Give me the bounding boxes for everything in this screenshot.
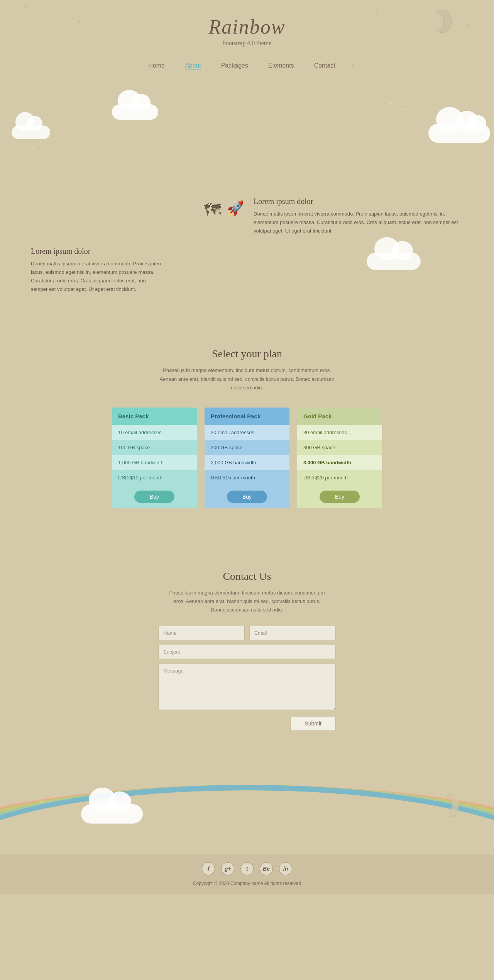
plans-section: Select your plan Phasellus in magna elem… [0,324,494,523]
name-email-row [158,626,336,640]
contact-form: Submit [158,626,336,731]
star-deco: ★ [23,4,28,10]
plans-title: Select your plan [23,348,471,360]
bird-bottom: ⌒ [39,800,44,807]
rainbow-bottom: ⌒ ⌒ ⌒ [0,769,494,854]
facebook-icon[interactable]: f [202,862,215,875]
bird-deco: ⌒ [403,108,409,116]
cloud-left [8,116,54,139]
nav-home[interactable]: Home [148,62,165,69]
plans-grid: Basic Pack 10 email addresses 100 GB spa… [23,408,471,508]
subject-input[interactable] [158,645,336,659]
plan-gold-feature-1: 30 email addresses [297,425,382,440]
cloud-bottom-left [77,789,147,824]
cloud-right [425,108,494,143]
moon-decoration [428,8,455,36]
plan-pro-buy-button[interactable]: Buy [227,491,267,503]
plan-basic-feature-4: USD $10 per month [112,470,197,485]
plan-pro-footer: Buy [205,485,289,508]
main-nav: Home About Packages Elements Contact ★ [0,54,494,81]
plans-subtitle: Phasellus in magna elementum, tincidunt … [154,366,340,392]
plan-pro-feature-4: USD $15 per month [205,470,289,485]
star-deco: ★ [350,63,355,70]
plan-pro-header: Professional Pack [205,408,289,425]
rainbow-top: ⌒ ⌒ ⌒ [0,85,494,182]
about-text-right: Lorem ipsum dolor Donec mattis ipsum in … [254,197,463,235]
map-icon: 🗺 [204,200,221,220]
about-right-block: 🗺 🚀 Lorem ipsum dolor Donec mattis ipsum… [204,197,463,235]
plan-basic-buy-button[interactable]: Buy [134,491,174,503]
about-title-2: Lorem ipsum dolor [31,247,162,256]
star-deco: ★ [77,19,81,24]
star-deco: ★ [467,23,471,29]
about-title-1: Lorem ipsum dolor [254,197,463,206]
plan-basic-feature-1: 10 email addresses [112,425,197,440]
plan-gold-footer: Buy [297,485,382,508]
plan-gold: Gold Pack 30 email addresses 300 GB spac… [297,408,382,508]
bird-deco: ⌒ [31,147,36,154]
plan-gold-feature-2: 300 GB space [297,440,382,455]
nav-elements[interactable]: Elements [268,62,294,69]
email-input[interactable] [249,626,336,640]
star-deco: ★ [375,12,378,16]
copyright: Copyright © 2020 Company name All rights… [8,881,486,886]
plan-pro-feature-2: 200 GB space [205,440,289,455]
site-title: Rainbow [8,15,486,38]
plan-pro-feature-1: 20 email addresses [205,425,289,440]
plan-gold-buy-button[interactable]: Buy [320,491,360,503]
about-body-2: Donec mattis ipsum in erat viverra commo… [31,260,162,294]
nav-about[interactable]: About [185,62,201,70]
cloud-center [108,93,162,120]
plan-gold-feature-4: USD $20 per month [297,470,382,485]
bird-bottom: ⌒ [428,789,432,795]
bird-deco: ⌒ [389,102,394,109]
nav-contact[interactable]: Contact [314,62,335,69]
footer: f g+ t Be in Copyright © 2020 Company na… [0,854,494,894]
plan-pro-feature-3: 2,000 GB bandwidth [205,455,289,470]
about-left-block: Lorem ipsum dolor Donec mattis ipsum in … [31,247,463,294]
site-subtitle: bootstrap 4.0 theme [8,40,486,47]
message-textarea[interactable] [158,664,336,710]
contact-title: Contact Us [23,570,471,583]
name-input[interactable] [158,626,245,640]
submit-button[interactable]: Submit [290,716,336,731]
twitter-icon[interactable]: t [240,862,254,875]
rocket-icon: 🚀 [227,200,244,220]
plan-gold-header: Gold Pack [297,408,382,425]
plan-basic: Basic Pack 10 email addresses 100 GB spa… [112,408,197,508]
cloud-about [363,239,425,270]
plan-pro: Professional Pack 20 email addresses 200… [205,408,289,508]
about-icons: 🗺 🚀 [204,200,244,220]
behance-icon[interactable]: Be [260,862,273,875]
plan-basic-feature-3: 1,000 GB bandwidth [112,455,197,470]
bird-bottom: ⌒ [54,796,58,801]
about-body-1: Donec mattis ipsum in erat viverra commo… [254,210,463,235]
contact-section: Contact Us Phasellus in magna elementum,… [0,547,494,746]
nav-packages[interactable]: Packages [221,62,248,69]
plan-basic-footer: Buy [112,485,197,508]
about-text-left: Lorem ipsum dolor Donec mattis ipsum in … [31,247,162,294]
plan-gold-feature-3: 3,000 GB bandwidth [297,455,382,470]
social-links: f g+ t Be in [8,862,486,875]
linkedin-icon[interactable]: in [279,862,292,875]
moon-bottom [440,793,463,825]
plan-basic-header: Basic Pack [112,408,197,425]
about-section: 🗺 🚀 Lorem ipsum dolor Donec mattis ipsum… [0,182,494,309]
subject-row [158,645,336,659]
star-deco: ☆ [124,6,127,10]
plan-basic-feature-2: 100 GB space [112,440,197,455]
googleplus-icon[interactable]: g+ [221,862,234,875]
header: ★ ★ ☆ ★ ☆ ★ Rainbow bootstrap 4.0 theme [0,0,494,54]
contact-subtitle: Phasellus in magna elementum, tincidunt … [166,589,328,614]
